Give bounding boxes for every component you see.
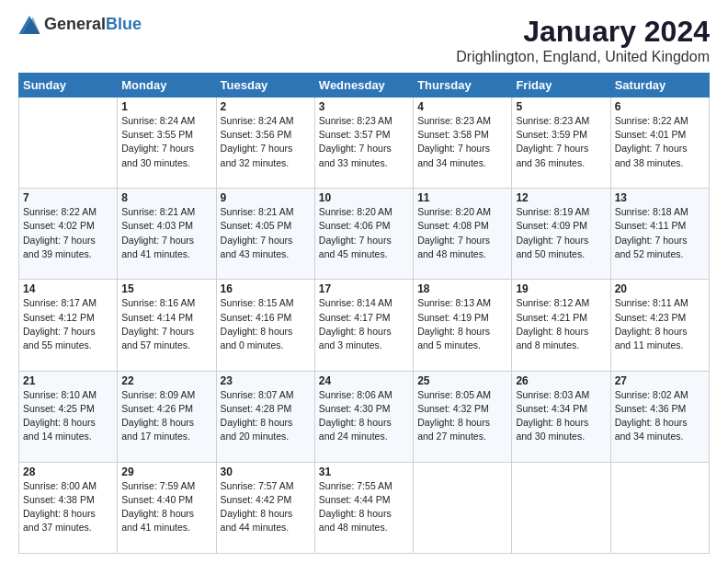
calendar-cell: 2Sunrise: 8:24 AMSunset: 3:56 PMDaylight… <box>216 98 314 189</box>
weekday-header: Saturday <box>610 74 709 98</box>
calendar-cell: 1Sunrise: 8:24 AMSunset: 3:55 PMDaylight… <box>118 98 216 189</box>
calendar-cell: 24Sunrise: 8:06 AMSunset: 4:30 PMDayligh… <box>314 371 413 462</box>
page: GeneralBlue January 2024 Drighlington, E… <box>0 0 728 563</box>
day-number: 20 <box>615 282 705 295</box>
calendar-cell: 17Sunrise: 8:14 AMSunset: 4:17 PMDayligh… <box>314 280 413 371</box>
day-number: 23 <box>221 374 311 387</box>
cell-info: Sunrise: 8:21 AMSunset: 4:05 PMDaylight:… <box>221 205 311 261</box>
cell-info: Sunrise: 8:13 AMSunset: 4:19 PMDaylight:… <box>417 296 507 352</box>
calendar-cell: 11Sunrise: 8:20 AMSunset: 4:08 PMDayligh… <box>414 189 512 280</box>
calendar-cell: 16Sunrise: 8:15 AMSunset: 4:16 PMDayligh… <box>216 280 314 371</box>
logo-general: General <box>44 15 106 33</box>
day-number: 22 <box>121 374 211 387</box>
cell-info: Sunrise: 8:03 AMSunset: 4:34 PMDaylight:… <box>516 388 606 444</box>
calendar-cell: 15Sunrise: 8:16 AMSunset: 4:14 PMDayligh… <box>118 280 216 371</box>
day-number: 19 <box>516 282 606 295</box>
cell-info: Sunrise: 8:22 AMSunset: 4:02 PMDaylight:… <box>23 205 113 261</box>
cell-info: Sunrise: 8:09 AMSunset: 4:26 PMDaylight:… <box>121 388 211 444</box>
cell-info: Sunrise: 7:55 AMSunset: 4:44 PMDaylight:… <box>319 479 409 535</box>
cell-info: Sunrise: 7:59 AMSunset: 4:40 PMDaylight:… <box>121 479 211 535</box>
calendar-cell: 4Sunrise: 8:23 AMSunset: 3:58 PMDaylight… <box>414 98 512 189</box>
day-number: 8 <box>121 191 211 204</box>
day-number: 16 <box>221 282 311 295</box>
calendar-cell: 19Sunrise: 8:12 AMSunset: 4:21 PMDayligh… <box>512 280 610 371</box>
cell-info: Sunrise: 8:21 AMSunset: 4:03 PMDaylight:… <box>121 205 211 261</box>
calendar-cell: 10Sunrise: 8:20 AMSunset: 4:06 PMDayligh… <box>314 189 413 280</box>
day-number: 25 <box>417 374 507 387</box>
calendar-cell: 22Sunrise: 8:09 AMSunset: 4:26 PMDayligh… <box>118 371 216 462</box>
calendar-cell: 31Sunrise: 7:55 AMSunset: 4:44 PMDayligh… <box>314 462 413 553</box>
calendar-cell: 13Sunrise: 8:18 AMSunset: 4:11 PMDayligh… <box>610 189 709 280</box>
day-number: 3 <box>319 100 409 113</box>
cell-info: Sunrise: 8:20 AMSunset: 4:08 PMDaylight:… <box>417 205 507 261</box>
cell-info: Sunrise: 8:12 AMSunset: 4:21 PMDaylight:… <box>516 296 606 352</box>
cell-info: Sunrise: 8:14 AMSunset: 4:17 PMDaylight:… <box>319 296 409 352</box>
cell-info: Sunrise: 8:07 AMSunset: 4:28 PMDaylight:… <box>221 388 311 444</box>
cell-info: Sunrise: 8:24 AMSunset: 3:56 PMDaylight:… <box>221 114 311 170</box>
logo-blue: Blue <box>106 15 142 33</box>
calendar-cell <box>414 462 512 553</box>
cell-info: Sunrise: 8:05 AMSunset: 4:32 PMDaylight:… <box>417 388 507 444</box>
logo-icon <box>18 16 40 34</box>
cell-info: Sunrise: 8:00 AMSunset: 4:38 PMDaylight:… <box>23 479 113 535</box>
logo-text: GeneralBlue <box>44 15 142 34</box>
calendar-cell: 18Sunrise: 8:13 AMSunset: 4:19 PMDayligh… <box>414 280 512 371</box>
calendar-cell <box>19 98 118 189</box>
weekday-header: Friday <box>512 74 610 98</box>
weekday-header: Sunday <box>19 74 118 98</box>
cell-info: Sunrise: 8:23 AMSunset: 3:59 PMDaylight:… <box>516 114 606 170</box>
weekday-header: Monday <box>118 74 216 98</box>
weekday-header: Wednesday <box>314 74 413 98</box>
calendar-cell: 28Sunrise: 8:00 AMSunset: 4:38 PMDayligh… <box>19 462 118 553</box>
calendar-cell: 29Sunrise: 7:59 AMSunset: 4:40 PMDayligh… <box>118 462 216 553</box>
header: GeneralBlue January 2024 Drighlington, E… <box>18 15 710 65</box>
calendar-cell: 20Sunrise: 8:11 AMSunset: 4:23 PMDayligh… <box>610 280 709 371</box>
cell-info: Sunrise: 7:57 AMSunset: 4:42 PMDaylight:… <box>221 479 311 535</box>
cell-info: Sunrise: 8:23 AMSunset: 3:57 PMDaylight:… <box>319 114 409 170</box>
calendar-cell: 27Sunrise: 8:02 AMSunset: 4:36 PMDayligh… <box>610 371 709 462</box>
day-number: 30 <box>221 465 311 478</box>
day-number: 15 <box>121 282 211 295</box>
calendar-table: SundayMondayTuesdayWednesdayThursdayFrid… <box>18 73 710 554</box>
cell-info: Sunrise: 8:15 AMSunset: 4:16 PMDaylight:… <box>221 296 311 352</box>
day-number: 28 <box>23 465 113 478</box>
day-number: 13 <box>615 191 705 204</box>
calendar-cell <box>512 462 610 553</box>
day-number: 1 <box>121 100 211 113</box>
day-number: 21 <box>23 374 113 387</box>
day-number: 17 <box>319 282 409 295</box>
cell-info: Sunrise: 8:10 AMSunset: 4:25 PMDaylight:… <box>23 388 113 444</box>
day-number: 14 <box>23 282 113 295</box>
day-number: 10 <box>319 191 409 204</box>
cell-info: Sunrise: 8:20 AMSunset: 4:06 PMDaylight:… <box>319 205 409 261</box>
cell-info: Sunrise: 8:06 AMSunset: 4:30 PMDaylight:… <box>319 388 409 444</box>
calendar-cell: 8Sunrise: 8:21 AMSunset: 4:03 PMDaylight… <box>118 189 216 280</box>
day-number: 27 <box>615 374 705 387</box>
cell-info: Sunrise: 8:18 AMSunset: 4:11 PMDaylight:… <box>615 205 705 261</box>
day-number: 11 <box>417 191 507 204</box>
calendar-cell: 6Sunrise: 8:22 AMSunset: 4:01 PMDaylight… <box>610 98 709 189</box>
day-number: 12 <box>516 191 606 204</box>
calendar-cell: 14Sunrise: 8:17 AMSunset: 4:12 PMDayligh… <box>19 280 118 371</box>
day-number: 5 <box>516 100 606 113</box>
day-number: 2 <box>221 100 311 113</box>
calendar-week-row: 7Sunrise: 8:22 AMSunset: 4:02 PMDaylight… <box>19 189 710 280</box>
day-number: 26 <box>516 374 606 387</box>
calendar-week-row: 1Sunrise: 8:24 AMSunset: 3:55 PMDaylight… <box>19 98 710 189</box>
day-number: 7 <box>23 191 113 204</box>
cell-info: Sunrise: 8:16 AMSunset: 4:14 PMDaylight:… <box>121 296 211 352</box>
calendar-week-row: 21Sunrise: 8:10 AMSunset: 4:25 PMDayligh… <box>19 371 710 462</box>
weekday-header: Tuesday <box>216 74 314 98</box>
calendar-cell: 9Sunrise: 8:21 AMSunset: 4:05 PMDaylight… <box>216 189 314 280</box>
day-number: 18 <box>417 282 507 295</box>
day-number: 31 <box>319 465 409 478</box>
calendar-cell: 26Sunrise: 8:03 AMSunset: 4:34 PMDayligh… <box>512 371 610 462</box>
calendar-cell: 12Sunrise: 8:19 AMSunset: 4:09 PMDayligh… <box>512 189 610 280</box>
calendar-cell: 3Sunrise: 8:23 AMSunset: 3:57 PMDaylight… <box>314 98 413 189</box>
cell-info: Sunrise: 8:17 AMSunset: 4:12 PMDaylight:… <box>23 296 113 352</box>
day-number: 29 <box>121 465 211 478</box>
calendar-week-row: 28Sunrise: 8:00 AMSunset: 4:38 PMDayligh… <box>19 462 710 553</box>
cell-info: Sunrise: 8:11 AMSunset: 4:23 PMDaylight:… <box>615 296 705 352</box>
weekday-header: Thursday <box>414 74 512 98</box>
calendar-cell: 21Sunrise: 8:10 AMSunset: 4:25 PMDayligh… <box>19 371 118 462</box>
